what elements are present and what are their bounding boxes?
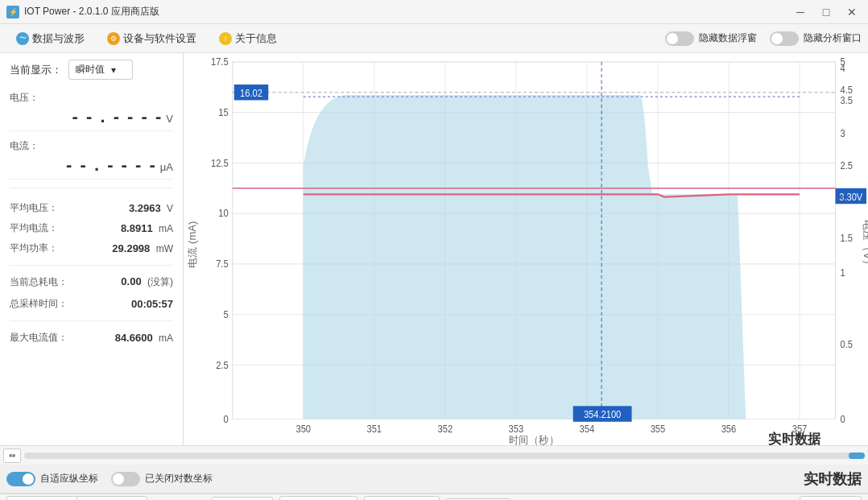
divider-3: [10, 320, 173, 321]
current-label: 电流：: [10, 139, 173, 153]
avg-current-label: 平均电流：: [10, 221, 58, 235]
svg-text:实时数据: 实时数据: [767, 430, 822, 445]
svg-text:电流 (mA): 电流 (mA): [187, 221, 198, 269]
hide-data-toggle-group: 隐藏数据浮窗: [665, 31, 757, 46]
svg-text:355: 355: [651, 424, 666, 433]
display-value: 瞬时值: [76, 63, 105, 76]
title-bar-left: ⚡ IOT Power - 2.0.1.0 应用商店版: [6, 5, 159, 19]
scroll-thumb[interactable]: [849, 452, 865, 459]
svg-text:0: 0: [841, 415, 845, 424]
close-button[interactable]: ✕: [842, 2, 862, 22]
voltage-value: - - . - - - -: [72, 106, 163, 127]
auto-scale-toggle[interactable]: [6, 472, 35, 486]
divider-1: [10, 188, 173, 188]
log-scale-toggle[interactable]: [111, 472, 140, 486]
total-power-label: 当前总耗电：: [10, 275, 68, 289]
save-data-button[interactable]: ⬇ 保存数据: [77, 497, 147, 500]
app-icon: ⚡: [6, 6, 19, 19]
svg-text:1: 1: [841, 268, 845, 278]
tab-about[interactable]: ! 关于信息: [209, 27, 287, 51]
voltage-display: - - . - - - - V: [10, 106, 173, 127]
display-select[interactable]: 瞬时值 ▾: [68, 60, 133, 80]
avg-voltage-value: 3.2963 V: [129, 202, 173, 214]
max-current-value: 84.6600 mA: [115, 332, 173, 344]
set-output-button[interactable]: ⚡ 设置输出: [279, 496, 358, 500]
window-controls[interactable]: ─ □ ✕: [791, 2, 862, 22]
hide-analysis-toggle[interactable]: [770, 31, 799, 46]
stats-grid: 平均电压： 3.2963 V 平均电流： 8.8911 mA 平均功率： 29.…: [10, 200, 173, 257]
sample-time-row: 总采样时间： 00:05:57: [10, 295, 173, 312]
current-display: - - . - - - - μA: [10, 155, 173, 176]
realtime-label: 实时数据: [804, 469, 862, 489]
svg-text:0.5: 0.5: [841, 339, 853, 349]
scroll-fit-button[interactable]: ⇔: [3, 448, 21, 463]
chart-svg: 16.02 354.2100 3.30V 0 2.5 5 7.5: [184, 53, 868, 445]
svg-text:时间（秒）: 时间（秒）: [509, 434, 560, 445]
tab-data-waveform-label: 数据与波形: [32, 31, 85, 46]
sample-time-value: 00:05:57: [131, 298, 173, 310]
chart-container[interactable]: 16.02 354.2100 3.30V 0 2.5 5 7.5: [184, 53, 868, 445]
scrollbar-row: ⇔: [0, 445, 868, 465]
menu-bar: 〜 数据与波形 ⚙ 设备与软件设置 ! 关于信息 隐藏数据浮窗 隐藏分析窗口: [0, 24, 868, 53]
voltage-unit: V: [166, 113, 173, 125]
svg-text:2: 2: [841, 196, 845, 205]
svg-text:电压（V）: 电压（V）: [862, 220, 868, 270]
log-scale-group: 已关闭对数坐标: [111, 472, 213, 486]
max-current-row: 最大电流值： 84.6600 mA: [10, 329, 173, 346]
minimize-button[interactable]: ─: [791, 2, 810, 22]
svg-text:350: 350: [296, 424, 311, 433]
left-panel: 当前显示： 瞬时值 ▾ 电压： - - . - - - - V 电流： - - …: [0, 53, 184, 445]
tab-data-waveform[interactable]: 〜 数据与波形: [6, 27, 94, 51]
hide-data-label: 隐藏数据浮窗: [699, 31, 757, 45]
svg-text:354.2100: 354.2100: [584, 410, 621, 419]
svg-text:5: 5: [841, 57, 845, 67]
avg-power-row: 平均功率： 29.2998 mW: [10, 240, 173, 257]
gear-icon: ⚙: [107, 32, 120, 45]
voltage-label: 电压：: [10, 91, 173, 105]
tab-device-settings[interactable]: ⚙ 设备与软件设置: [97, 27, 206, 51]
avg-voltage-row: 平均电压： 3.2963 V: [10, 200, 173, 217]
load-data-button[interactable]: ⬆ 加载数据: [7, 497, 77, 500]
load-save-group: ⬆ 加载数据 ⬇ 保存数据: [6, 496, 147, 500]
svg-text:351: 351: [367, 424, 382, 433]
chevron-down-icon: ▾: [111, 64, 116, 76]
svg-text:4.5: 4.5: [841, 85, 853, 94]
divider-2: [10, 265, 173, 266]
avg-power-label: 平均功率：: [10, 242, 58, 255]
avg-voltage-label: 平均电压：: [10, 201, 58, 215]
svg-text:15: 15: [218, 108, 228, 118]
svg-text:1.5: 1.5: [841, 233, 853, 242]
wave-icon: 〜: [16, 32, 29, 45]
avg-power-value: 29.2998 mW: [112, 242, 173, 254]
svg-text:354: 354: [580, 424, 595, 433]
app-title: IOT Power - 2.0.1.0 应用商店版: [24, 5, 159, 19]
avg-current-value: 8.8911 mA: [121, 222, 173, 234]
connect-button[interactable]: 🔌 连接: [800, 496, 862, 500]
svg-text:2.5: 2.5: [841, 161, 853, 171]
clear-data-button[interactable]: 🗑 清空数据: [364, 496, 440, 500]
display-row: 当前显示： 瞬时值 ▾: [10, 60, 173, 80]
refresh-rate-select[interactable]: 最快速率 ▾: [212, 497, 273, 500]
maximize-button[interactable]: □: [816, 2, 836, 22]
tab-about-label: 关于信息: [235, 31, 277, 46]
max-current-label: 最大电流值：: [10, 331, 68, 345]
info-icon: !: [219, 32, 232, 45]
hide-analysis-toggle-group: 隐藏分析窗口: [770, 31, 862, 46]
svg-text:0: 0: [223, 415, 228, 424]
svg-text:10: 10: [218, 209, 228, 218]
hide-data-toggle[interactable]: [665, 31, 694, 46]
svg-text:7.5: 7.5: [216, 259, 228, 269]
auto-scale-group: 自适应纵坐标: [6, 472, 98, 486]
scroll-track[interactable]: [24, 452, 865, 459]
current-section: 电流： - - . - - - - μA: [10, 136, 173, 180]
current-unit: μA: [160, 161, 173, 173]
svg-text:356: 356: [721, 424, 737, 433]
svg-text:3.5: 3.5: [841, 95, 853, 105]
svg-text:12.5: 12.5: [211, 158, 229, 167]
svg-text:352: 352: [438, 424, 453, 433]
chart-controls-row: 自适应纵坐标 已关闭对数坐标 实时数据: [0, 465, 868, 494]
tab-device-settings-label: 设备与软件设置: [123, 31, 196, 46]
auto-scale-label: 自适应纵坐标: [40, 472, 98, 486]
svg-text:353: 353: [509, 424, 524, 433]
voltage-section: 电压： - - . - - - - V: [10, 88, 173, 131]
